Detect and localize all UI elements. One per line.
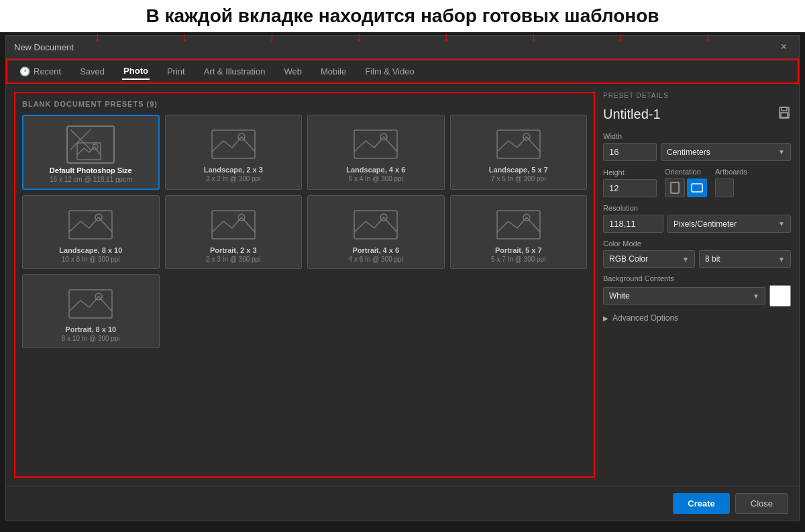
preset-size-9: 8 x 10 In @ 300 ppi [62, 335, 120, 342]
bg-contents-value: White [609, 291, 630, 301]
preset-name-6: Portrait, 2 x 3 [210, 246, 257, 254]
presets-grid: Default Photoshop Size 16 x 12 cm @ 118,… [22, 115, 587, 348]
preset-icon-5 [64, 203, 117, 246]
resolution-field-row: Resolution Pixels/Centimeter ▼ [603, 204, 791, 233]
orientation-label: Orientation [665, 168, 707, 176]
portrait-orientation-button[interactable] [665, 178, 685, 197]
width-unit-dropdown[interactable]: Centimeters ▼ [661, 143, 791, 161]
close-button[interactable]: Close [735, 493, 788, 514]
svg-rect-23 [781, 113, 788, 117]
color-mode-label: Color Mode [603, 240, 791, 248]
width-input[interactable] [603, 143, 657, 161]
preset-icon-3 [349, 122, 402, 166]
svg-rect-24 [671, 182, 679, 193]
svg-rect-25 [692, 184, 702, 192]
height-label: Height [603, 168, 657, 176]
dialog-footer: Create Close [6, 486, 799, 521]
artboards-checkbox[interactable] [715, 178, 734, 197]
resolution-unit-dropdown[interactable]: Pixels/Centimeter ▼ [667, 215, 791, 233]
tab-mobile[interactable]: Mobile [319, 64, 347, 79]
preset-card-7[interactable]: Portrait, 4 x 6 4 x 6 In @ 300 ppi [307, 195, 445, 269]
arrow-7: ↓ [617, 29, 624, 44]
preset-size-8: 5 x 7 In @ 300 ppi [491, 256, 545, 263]
chevron-right-icon: ▶ [603, 315, 608, 322]
annotation-text: В каждой вкладке находится набор готовых… [146, 5, 659, 27]
new-document-dialog: New Document × 🕐 Recent Saved Photo Prin… [5, 35, 800, 521]
create-button[interactable]: Create [673, 493, 729, 514]
bg-contents-field-row: Background Contents White ▼ [603, 274, 791, 307]
svg-point-4 [93, 144, 98, 150]
color-mode-value: RGB Color [609, 254, 648, 264]
preset-icon-4 [492, 122, 545, 166]
preset-card-1[interactable]: Default Photoshop Size 16 x 12 cm @ 118,… [22, 115, 160, 190]
preset-size-5: 10 x 8 In @ 300 ppi [62, 256, 120, 263]
tabs-row: 🕐 Recent Saved Photo Print Art & Illustr… [6, 59, 799, 84]
preset-card-5[interactable]: Landscape, 8 x 10 10 x 8 In @ 300 ppi [22, 195, 160, 269]
color-mode-arrow: ▼ [682, 256, 689, 263]
preset-icon-9 [64, 282, 117, 325]
tab-art-illustration[interactable]: Art & Illustration [203, 64, 267, 79]
color-mode-dropdown[interactable]: RGB Color ▼ [603, 250, 695, 268]
tab-web[interactable]: Web [282, 64, 303, 79]
preset-title: Untitled-1 [603, 107, 661, 122]
advanced-options-toggle[interactable]: ▶ Advanced Options [603, 313, 791, 323]
tab-photo[interactable]: Photo [122, 63, 150, 80]
tab-saved[interactable]: Saved [78, 64, 106, 79]
arrow-2: ↓ [181, 29, 188, 44]
details-title-row: Untitled-1 [603, 106, 791, 123]
preset-card-9[interactable]: Portrait, 8 x 10 8 x 10 In @ 300 ppi [22, 274, 160, 348]
clock-icon: 🕐 [19, 66, 30, 76]
presets-panel: BLANK DOCUMENT PRESETS (9) Default Photo… [14, 92, 595, 478]
bg-contents-arrow: ▼ [753, 292, 759, 300]
resolution-input[interactable] [603, 215, 663, 233]
width-label: Width [603, 132, 791, 140]
preset-icon-2 [207, 122, 260, 166]
preset-name-5: Landscape, 8 x 10 [59, 246, 122, 254]
color-depth-value: 8 bit [705, 254, 720, 264]
resolution-label: Resolution [603, 204, 791, 212]
artboards-field-row: Artboards [715, 168, 747, 197]
preset-name-7: Portrait, 4 x 6 [352, 246, 399, 254]
preset-name-1: Default Photoshop Size [50, 166, 132, 174]
landscape-orientation-button[interactable] [687, 178, 707, 197]
preset-icon-1 [64, 123, 117, 166]
arrow-4: ↓ [356, 29, 362, 44]
preset-name-8: Portrait, 5 x 7 [495, 246, 542, 254]
color-depth-dropdown[interactable]: 8 bit ▼ [699, 250, 791, 268]
main-content: BLANK DOCUMENT PRESETS (9) Default Photo… [6, 84, 799, 486]
svg-rect-0 [67, 126, 114, 163]
tab-film-video[interactable]: Film & Video [364, 64, 415, 79]
preset-icon-6 [207, 203, 260, 246]
preset-size-1: 16 x 12 cm @ 118,11 ppcm [50, 176, 131, 183]
preset-card-3[interactable]: Landscape, 4 x 6 6 x 4 In @ 300 ppi [307, 115, 445, 190]
presets-header: BLANK DOCUMENT PRESETS (9) [22, 100, 587, 108]
preset-icon-7 [349, 203, 402, 246]
width-unit-value: Centimeters [667, 148, 710, 157]
arrow-5: ↓ [443, 29, 449, 44]
tab-print[interactable]: Print [166, 64, 186, 79]
save-preset-icon[interactable] [777, 106, 791, 123]
preset-name-3: Landscape, 4 x 6 [346, 166, 405, 174]
preset-details-label: PRESET DETAILS [603, 92, 791, 99]
preset-card-6[interactable]: Portrait, 2 x 3 2 x 3 In @ 300 ppi [165, 195, 303, 269]
preset-name-2: Landscape, 2 x 3 [204, 166, 263, 174]
preset-card-8[interactable]: Portrait, 5 x 7 5 x 7 In @ 300 ppi [450, 195, 588, 269]
arrow-8: ↓ [704, 29, 711, 44]
width-field-row: Width Centimeters ▼ [603, 132, 791, 161]
preset-name-9: Portrait, 8 x 10 [65, 325, 116, 333]
artboards-label: Artboards [715, 168, 747, 176]
tab-recent[interactable]: 🕐 Recent [18, 64, 62, 79]
preset-size-4: 7 x 5 In @ 300 ppi [491, 175, 545, 182]
arrow-6: ↓ [530, 29, 537, 44]
annotation-banner: В каждой вкладке находится набор готовых… [0, 0, 805, 32]
bg-contents-dropdown[interactable]: White ▼ [603, 287, 765, 305]
bg-color-swatch[interactable] [769, 285, 791, 307]
preset-size-3: 6 x 4 In @ 300 ppi [349, 175, 403, 182]
height-input[interactable] [603, 179, 657, 197]
preset-card-2[interactable]: Landscape, 2 x 3 3 x 2 In @ 300 ppi [165, 115, 303, 190]
resolution-unit-arrow: ▼ [778, 220, 785, 227]
preset-size-7: 4 x 6 In @ 300 ppi [349, 256, 403, 263]
details-panel: PRESET DETAILS Untitled-1 Width C [603, 92, 791, 478]
preset-card-4[interactable]: Landscape, 5 x 7 7 x 5 In @ 300 ppi [450, 115, 588, 190]
resolution-unit-value: Pixels/Centimeter [674, 219, 737, 229]
